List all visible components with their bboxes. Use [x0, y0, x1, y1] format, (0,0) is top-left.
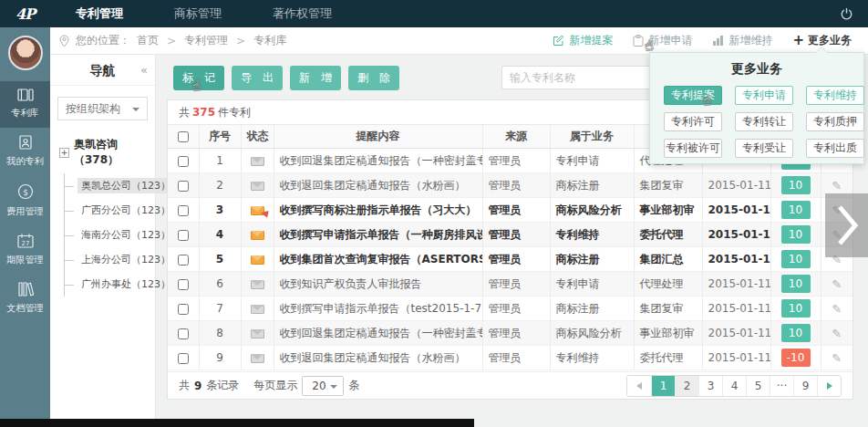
page-button-2[interactable]: 2: [675, 376, 698, 396]
table-body: 1 收到回退集团定稿通知报告（一种密封盖专用拧具 管理员 专利申请 代理处理 2…: [168, 149, 852, 370]
page-button-5[interactable]: 5: [746, 376, 770, 396]
export-button[interactable]: 导 出: [232, 66, 283, 90]
popup-title: 更多业务: [650, 61, 863, 78]
sidebar-item-fee-management[interactable]: $ 费用管理: [0, 176, 50, 226]
top-nav: 4P 专利管理 商标管理 著作权管理: [0, 0, 868, 27]
row-checkbox[interactable]: [178, 156, 189, 167]
row-checkbox[interactable]: [178, 304, 189, 315]
tree-node-headquarters[interactable]: 奥凯总公司（123）: [65, 173, 155, 198]
edit-icon[interactable]: ✎: [832, 277, 842, 291]
per-page-select[interactable]: 20: [302, 376, 344, 396]
user-avatar[interactable]: [8, 36, 43, 70]
expand-icon[interactable]: +: [59, 148, 69, 158]
top-tabs: 专利管理 商标管理 著作权管理: [50, 0, 357, 27]
edit-icon[interactable]: ✎: [832, 351, 842, 365]
slide-next-button[interactable]: [825, 193, 868, 257]
library-icon: [0, 89, 50, 101]
breadcrumb-bar: 您的位置： 首页 > 专利管理 > 专利库 新增提案 新增申请 新增维持 + 更: [50, 27, 868, 55]
col-header-status: 状态: [241, 125, 274, 149]
record-count: 9: [194, 380, 202, 392]
add-button[interactable]: 新 增: [290, 66, 341, 90]
row-checkbox[interactable]: [178, 205, 189, 216]
patent-count: 375: [192, 106, 215, 119]
sidebar-item-my-patents[interactable]: 我的专利: [0, 128, 50, 176]
table-row[interactable]: 7 收到撰写申请指示单报告（test2015-1-7） 管理员 商标注册 集团复…: [168, 297, 852, 321]
table-row[interactable]: 5 收到集团首次查询复审报告（ASERTORS） 管理员 商标注册 集团汇总 2…: [168, 247, 852, 272]
table-row[interactable]: 2 收到退回集团定稿通知报告（水粉画） 管理员 商标注册 集团复审 2015-0…: [168, 173, 852, 198]
tree-node-guangxi[interactable]: 广西分公司（123）: [65, 198, 155, 223]
col-header-num: 序号: [199, 125, 241, 149]
sidebar-item-deadline-management[interactable]: 27 期限管理: [0, 226, 50, 275]
score-badge: 10: [781, 275, 811, 293]
row-checkbox[interactable]: [178, 279, 189, 290]
popup-notch: [815, 47, 828, 53]
tree-node-guangzhou[interactable]: 广州办事处（123）: [65, 272, 155, 297]
tree-node-hainan[interactable]: 海南分公司（123）: [65, 223, 155, 247]
collapse-icon[interactable]: «: [140, 55, 148, 86]
breadcrumb-patent-management[interactable]: 专利管理: [184, 33, 228, 48]
new-maintain-link[interactable]: 新增维持: [712, 33, 772, 48]
search-input[interactable]: [501, 66, 652, 89]
sidebar-item-patent-library[interactable]: 专利库: [0, 81, 50, 128]
page-button-3[interactable]: 3: [698, 376, 722, 396]
breadcrumb-separator: >: [236, 35, 245, 47]
breadcrumb-prefix: 您的位置：: [76, 33, 130, 48]
popup-button-patent-assignee[interactable]: 专利受让: [735, 139, 793, 158]
popup-button-patent-maintain[interactable]: 专利维持: [806, 86, 864, 105]
edit-icon[interactable]: ✎: [832, 179, 842, 193]
tab-patent-management[interactable]: 专利管理: [50, 0, 149, 27]
score-badge: 10: [781, 299, 811, 318]
popup-button-patent-license[interactable]: 专利许可: [664, 112, 722, 131]
col-header-content: 提醒内容: [274, 125, 482, 149]
table-row[interactable]: 3 收到撰写商标注册指示单报告（习大大） 管理员 商标风险分析 事业部初审 20…: [168, 198, 852, 223]
bar-chart-icon: [712, 36, 724, 46]
chevron-right-icon: [833, 200, 861, 251]
breadcrumb-separator: >: [167, 35, 176, 47]
row-checkbox[interactable]: [178, 181, 189, 192]
popup-button-patent-proposal[interactable]: 专利提案: [664, 86, 722, 105]
breadcrumb-home[interactable]: 首页: [137, 33, 159, 48]
breadcrumb: 您的位置： 首页 > 专利管理 > 专利库: [59, 33, 286, 48]
edit-icon[interactable]: ✎: [832, 327, 842, 340]
popup-button-patent-licensed[interactable]: 专利被许可: [664, 139, 722, 158]
sidebar-item-document-management[interactable]: 文档管理: [0, 275, 50, 323]
page-button-1[interactable]: 1: [651, 376, 675, 396]
popup-button-patent-transfer[interactable]: 专利转让: [735, 112, 793, 131]
tab-copyright-management[interactable]: 著作权管理: [247, 0, 357, 27]
row-checkbox[interactable]: [178, 255, 189, 266]
popup-button-patent-application[interactable]: 专利申请: [735, 86, 793, 105]
table-row[interactable]: 4 收到撰写申请指示单报告（一种厨房排风设备） 管理员 专利维持 委托代理 20…: [168, 223, 852, 247]
row-checkbox[interactable]: [178, 328, 189, 339]
svg-text:27: 27: [21, 240, 29, 247]
org-structure-select[interactable]: 按组织架构: [57, 97, 148, 120]
new-proposal-link[interactable]: 新增提案: [553, 33, 613, 48]
tab-trademark-management[interactable]: 商标管理: [149, 0, 247, 27]
mail-returned-icon: [251, 206, 264, 215]
mail-read-icon: [251, 305, 264, 314]
tree-node-shanghai[interactable]: 上海分公司（123）: [65, 247, 155, 272]
score-badge: 10: [781, 324, 811, 342]
table-row[interactable]: 9 收到退回集团定稿通知报告（水粉画） 管理员 专利维持 委托代理 2015-0…: [168, 346, 852, 370]
table-row[interactable]: 8 收到回退集团定稿通知报告（一种密封盖专用拧具 管理员 商标风险分析 事业部初…: [168, 321, 852, 346]
nav-panel-title: 导航: [90, 63, 116, 78]
popup-button-patent-pledge[interactable]: 专利质押: [806, 112, 864, 131]
score-badge: -10: [781, 349, 811, 367]
breadcrumb-patent-library[interactable]: 专利库: [253, 33, 286, 48]
select-all-checkbox[interactable]: [178, 131, 189, 142]
quick-actions: 新增提案 新增申请 新增维持 + 更多业务: [553, 33, 852, 48]
edit-icon[interactable]: ✎: [832, 302, 842, 316]
popup-button-patent-pledged[interactable]: 专利出质: [806, 139, 864, 158]
table-row[interactable]: 6 收到知识产权负责人审批报告 管理员 专利申请 代理处理 2015-01-11…: [168, 272, 852, 297]
page-button-4[interactable]: 4: [722, 376, 746, 396]
new-application-link[interactable]: 新增申请: [633, 33, 692, 48]
app-logo[interactable]: 4P: [0, 5, 50, 23]
toolbar: 标 记 导 出 新 增 删 除: [173, 66, 399, 90]
page-button-9[interactable]: 9: [793, 376, 817, 396]
power-icon[interactable]: [840, 7, 853, 21]
next-page-button[interactable]: [817, 376, 841, 396]
tree-root-node[interactable]: + 奥凯咨询（378）: [59, 137, 155, 168]
row-checkbox[interactable]: [178, 353, 189, 364]
delete-button[interactable]: 删 除: [348, 66, 399, 90]
row-checkbox[interactable]: [178, 230, 189, 241]
prev-page-button[interactable]: [627, 376, 651, 396]
